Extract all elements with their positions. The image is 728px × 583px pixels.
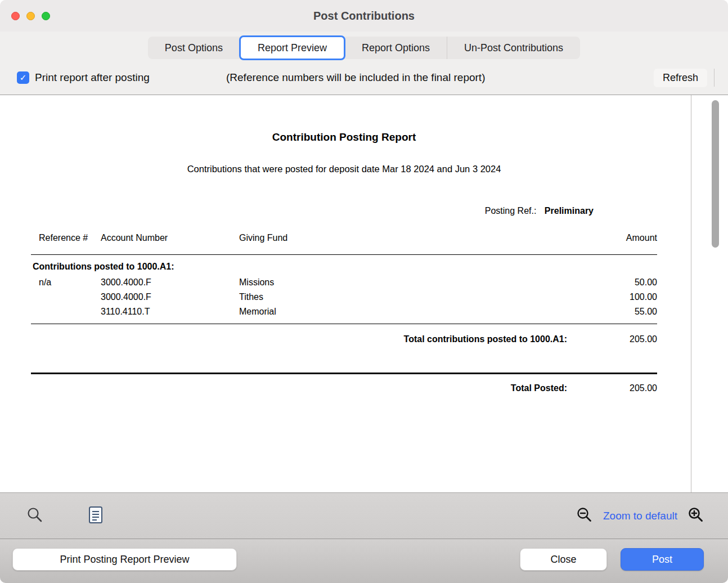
footer-bar: Print Posting Report Preview Close Post bbox=[0, 539, 728, 583]
section-rule bbox=[31, 324, 657, 324]
cell-account: 3000.4000.F bbox=[93, 290, 231, 304]
tab-bar: Post Options Report Preview Report Optio… bbox=[0, 32, 728, 64]
column-header-amount: Amount bbox=[567, 233, 657, 243]
grand-total-rule bbox=[31, 373, 657, 374]
preview-toolbar: Zoom to default bbox=[0, 492, 728, 539]
zoom-to-default-link[interactable]: Zoom to default bbox=[603, 510, 677, 522]
options-divider bbox=[714, 69, 714, 87]
report-title: Contribution Posting Report bbox=[31, 131, 657, 143]
tab-unpost-contributions[interactable]: Un-Post Contributions bbox=[447, 37, 580, 59]
print-posting-report-preview-button[interactable]: Print Posting Report Preview bbox=[12, 548, 237, 571]
close-window-button[interactable] bbox=[11, 12, 20, 20]
options-row: Print report after posting (Reference nu… bbox=[0, 64, 728, 95]
vertical-scrollbar-thumb[interactable] bbox=[712, 100, 719, 248]
traffic-lights bbox=[11, 0, 50, 32]
zoom-in-icon bbox=[687, 506, 704, 525]
post-button[interactable]: Post bbox=[621, 548, 704, 571]
column-header-reference: Reference # bbox=[31, 233, 93, 243]
column-header-account: Account Number bbox=[93, 233, 231, 243]
titlebar: Post Contributions bbox=[0, 0, 728, 32]
reference-numbers-note: (Reference numbers will be included in t… bbox=[226, 64, 485, 95]
print-report-checkbox-label: Print report after posting bbox=[35, 71, 150, 84]
report-column-headers: Reference # Account Number Giving Fund A… bbox=[31, 233, 657, 254]
cell-account: 3000.4000.F bbox=[93, 275, 231, 290]
cell-amount: 50.00 bbox=[567, 275, 657, 290]
posting-ref-label: Posting Ref.: bbox=[485, 206, 537, 216]
zoom-out-button[interactable] bbox=[576, 506, 593, 525]
magnifier-tool-button[interactable] bbox=[26, 506, 44, 526]
zoom-in-button[interactable] bbox=[687, 506, 704, 525]
cell-fund: Missions bbox=[231, 275, 567, 290]
refresh-button[interactable]: Refresh bbox=[654, 69, 707, 87]
cell-fund: Tithes bbox=[231, 290, 567, 304]
table-row: 3000.4000.F Tithes 100.00 bbox=[31, 290, 657, 304]
column-header-fund: Giving Fund bbox=[231, 233, 567, 243]
posting-ref-line: Posting Ref.: Preliminary bbox=[31, 206, 657, 216]
zoom-window-button[interactable] bbox=[42, 12, 50, 20]
window-title: Post Contributions bbox=[313, 10, 415, 23]
section-total-value: 205.00 bbox=[567, 334, 657, 344]
cell-amount: 100.00 bbox=[567, 290, 657, 304]
report-preview-area: Contribution Posting Report Contribution… bbox=[0, 95, 728, 492]
section-total-label: Total contributions posted to 1000.A1: bbox=[31, 334, 567, 344]
document-view-button[interactable] bbox=[88, 506, 104, 526]
cell-amount: 55.00 bbox=[567, 304, 657, 319]
magnifier-icon bbox=[26, 506, 44, 526]
tab-post-options[interactable]: Post Options bbox=[148, 37, 240, 59]
document-icon bbox=[88, 506, 104, 526]
report-page: Contribution Posting Report Contribution… bbox=[0, 95, 691, 492]
grand-total-row: Total Posted: 205.00 bbox=[31, 383, 657, 393]
grand-total-label: Total Posted: bbox=[31, 383, 567, 393]
table-row: n/a 3000.4000.F Missions 50.00 bbox=[31, 275, 657, 290]
minimize-window-button[interactable] bbox=[26, 12, 35, 20]
cell-reference: n/a bbox=[31, 275, 93, 290]
tab-report-options[interactable]: Report Options bbox=[345, 37, 447, 59]
zoom-out-icon bbox=[576, 506, 593, 525]
report-subtitle: Contributions that were posted for depos… bbox=[31, 164, 657, 174]
close-button[interactable]: Close bbox=[520, 548, 607, 571]
checkbox-checked-icon[interactable] bbox=[17, 71, 29, 84]
vertical-scrollbar-track[interactable] bbox=[691, 95, 728, 492]
tab-report-preview[interactable]: Report Preview bbox=[239, 35, 345, 60]
section-header: Contributions posted to 1000.A1: bbox=[31, 255, 657, 275]
cell-account: 3110.4110.T bbox=[93, 304, 231, 319]
tab-group: Post Options Report Preview Report Optio… bbox=[148, 37, 580, 59]
section-total-row: Total contributions posted to 1000.A1: 2… bbox=[31, 334, 657, 344]
posting-ref-value: Preliminary bbox=[545, 206, 594, 216]
cell-fund: Memorial bbox=[231, 304, 567, 319]
grand-total-value: 205.00 bbox=[567, 383, 657, 393]
table-row: 3110.4110.T Memorial 55.00 bbox=[31, 304, 657, 319]
post-contributions-window: Post Contributions Post Options Report P… bbox=[0, 0, 728, 583]
print-report-after-posting-checkbox[interactable]: Print report after posting bbox=[17, 71, 150, 84]
